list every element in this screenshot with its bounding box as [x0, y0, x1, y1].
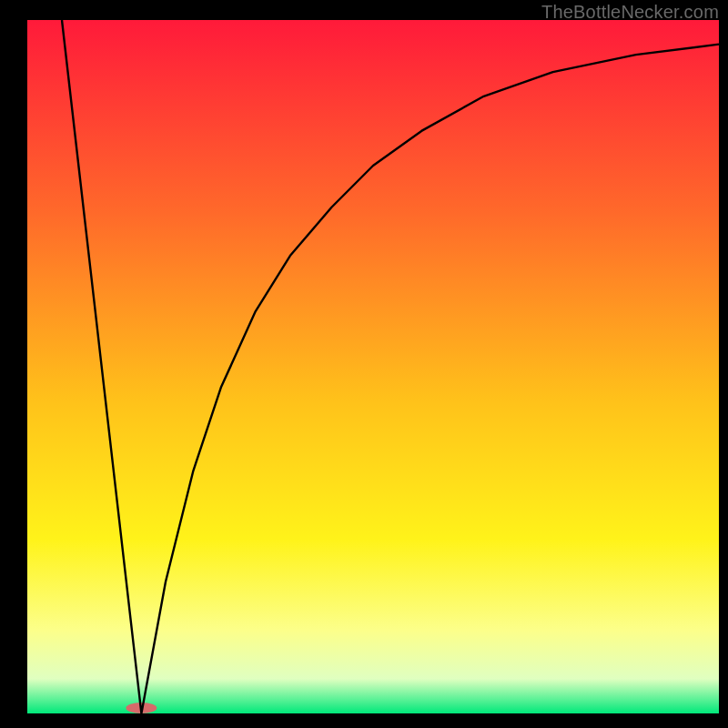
chart-container: TheBottleNecker.com: [0, 0, 728, 728]
plot-background: [27, 20, 719, 713]
watermark-text: TheBottleNecker.com: [541, 2, 719, 23]
bottleneck-chart: [0, 0, 728, 728]
